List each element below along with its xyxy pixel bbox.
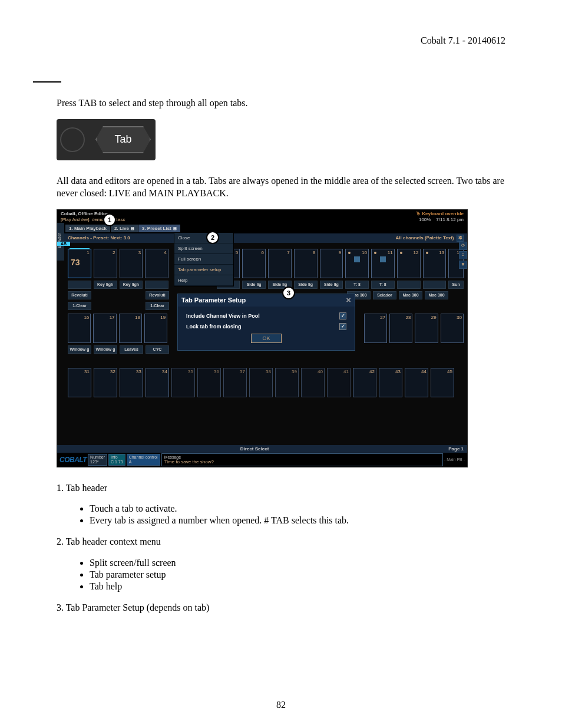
include-channel-view-label: Include Channel View in Pool bbox=[186, 313, 260, 319]
channel-cell[interactable]: 4 bbox=[145, 249, 168, 278]
cell-label: Sun bbox=[448, 281, 464, 289]
tab-context-menu: Close Split screen Full screen Tab param… bbox=[174, 232, 234, 286]
channel-cell[interactable]: 35 bbox=[171, 368, 195, 397]
tab-key-illustration: Tab bbox=[57, 119, 156, 160]
key-hex-wrap: Tab bbox=[91, 126, 156, 153]
app-title: Cobalt, Offline Editor bbox=[61, 211, 125, 217]
channel-cell[interactable]: 173 bbox=[68, 249, 91, 278]
channel-cell[interactable]: 27 bbox=[364, 314, 387, 343]
channel-cell[interactable]: 12 bbox=[397, 249, 421, 278]
page-header-right: Cobalt 7.1 - 20140612 bbox=[57, 35, 505, 46]
channel-cell[interactable]: 19 bbox=[144, 314, 167, 343]
channel-cell[interactable]: 13 bbox=[423, 249, 447, 278]
channel-cell[interactable]: 18 bbox=[119, 314, 142, 343]
title-bar: Cobalt, Offline Editor [Play Archive]: d… bbox=[57, 210, 467, 224]
channel-cell[interactable]: 44 bbox=[405, 368, 428, 397]
channel-cell[interactable]: 45 bbox=[431, 368, 454, 397]
key-circle-icon bbox=[60, 127, 85, 152]
channel-cell[interactable]: 30 bbox=[441, 314, 464, 343]
paragraph-tab-step: Press TAB to select and step through all… bbox=[57, 97, 505, 110]
list-item: Split screen/full screen bbox=[90, 558, 505, 568]
lock-tab-checkbox[interactable]: ✓ bbox=[339, 323, 346, 330]
cell-label: Key ligh bbox=[120, 281, 143, 289]
cell-label: Window g bbox=[68, 345, 91, 354]
channel-cell[interactable]: 34 bbox=[146, 368, 169, 397]
callout-3: 3 bbox=[282, 286, 295, 299]
cell-label: Side lig bbox=[320, 281, 343, 289]
channel-cell[interactable]: 28 bbox=[389, 314, 412, 343]
channel-cell[interactable]: 43 bbox=[379, 368, 402, 397]
cell-label: T: 8 bbox=[371, 281, 395, 289]
status-number: Number 123* bbox=[88, 454, 107, 466]
ctx-tab-parameter-setup[interactable]: Tab parameter setup bbox=[174, 265, 233, 275]
channel-cell[interactable]: 40 bbox=[301, 368, 325, 397]
section-3-heading: 3. Tab Parameter Setup (depends on tab) bbox=[57, 601, 505, 614]
channel-cell[interactable]: 29 bbox=[415, 314, 438, 343]
gear-icon[interactable]: ✲ bbox=[457, 235, 464, 242]
cell-label bbox=[68, 281, 91, 289]
channel-cell[interactable]: 16 bbox=[68, 314, 91, 343]
cell-label: Revoluti bbox=[146, 291, 169, 299]
page-indicator: Page 1 bbox=[448, 446, 464, 452]
ctx-help[interactable]: Help bbox=[174, 275, 233, 286]
channel-cell[interactable]: 9 bbox=[320, 249, 343, 278]
all-channels-label[interactable]: All channels (Palette Text) bbox=[396, 235, 454, 241]
channel-cell[interactable]: 37 bbox=[223, 368, 247, 397]
close-icon[interactable]: ⊟ bbox=[131, 226, 134, 230]
right-rail: ⟳ ≡ ▼ bbox=[459, 242, 467, 269]
date-time: 7/11 8:12 pm bbox=[436, 217, 464, 222]
tab-parameter-setup-dialog: Tab Parameter Setup ✕ Include Channel Vi… bbox=[177, 294, 355, 351]
channel-cell[interactable]: 38 bbox=[249, 368, 273, 397]
close-icon[interactable]: ⊟ bbox=[173, 226, 177, 230]
channel-cell[interactable]: 2 bbox=[94, 249, 117, 278]
cobalt-logo: COBALT bbox=[59, 456, 87, 464]
channel-cell[interactable]: 10 bbox=[345, 249, 369, 278]
cell-label: 1:Clear bbox=[68, 302, 91, 310]
ctx-full-screen[interactable]: Full screen bbox=[174, 254, 233, 265]
cell-label: Key ligh bbox=[94, 281, 117, 289]
section-1-heading: 1. Tab header bbox=[57, 482, 505, 495]
list-item: Touch a tab to activate. bbox=[90, 503, 505, 514]
direct-select-bar: Direct Select Page 1 bbox=[57, 445, 467, 453]
section-2-heading: 2. Tab header context menu bbox=[57, 535, 505, 548]
list-item: Tab parameter setup bbox=[90, 569, 505, 580]
tab-main-playback[interactable]: 1. Main Playback bbox=[65, 225, 111, 232]
play-archive-label: [Play Archive]: demo bbox=[61, 217, 104, 222]
channel-cell[interactable]: 11 bbox=[371, 249, 395, 278]
status-message: Message Time to save the show? bbox=[161, 453, 443, 466]
tab-preset-list[interactable]: 3. Preset List⊟ bbox=[138, 225, 181, 232]
include-channel-view-checkbox[interactable]: ✓ bbox=[339, 312, 346, 319]
channel-cell[interactable]: 41 bbox=[327, 368, 351, 397]
cell-label: Side lig bbox=[294, 281, 318, 289]
channel-cell[interactable]: 39 bbox=[275, 368, 299, 397]
channel-cell[interactable]: 6 bbox=[242, 249, 266, 278]
channel-cell[interactable]: 42 bbox=[353, 368, 376, 397]
cell-label: Revoluti bbox=[68, 291, 91, 299]
channel-cell[interactable]: 8 bbox=[294, 249, 318, 278]
status-channel-control: Channel control A bbox=[127, 454, 160, 466]
section-2-list: Split screen/full screen Tab parameter s… bbox=[57, 558, 505, 592]
ab-indicator: AB bbox=[57, 242, 70, 246]
ok-button[interactable]: OK bbox=[251, 334, 282, 343]
cell-label: Selador bbox=[373, 291, 396, 299]
channel-cell[interactable]: 36 bbox=[197, 368, 221, 397]
close-icon[interactable]: ✕ bbox=[346, 297, 351, 304]
cell-label: Window g bbox=[94, 345, 117, 354]
callout-2: 2 bbox=[206, 231, 219, 244]
channel-cell[interactable]: 17 bbox=[93, 314, 116, 343]
cell-label: Mac 300 bbox=[399, 291, 422, 299]
cell-label: T: 8 bbox=[345, 281, 369, 289]
cell-row: 173 2 3 4 5 6 7 8 9 10 11 12 13 14 bbox=[68, 249, 464, 278]
channel-cell[interactable]: 32 bbox=[94, 368, 117, 397]
channel-cell[interactable]: 7 bbox=[268, 249, 292, 278]
sync-icon[interactable]: ⟳ bbox=[459, 242, 467, 250]
caret-icon[interactable]: ▼ bbox=[459, 261, 467, 269]
channel-cell[interactable]: 33 bbox=[120, 368, 143, 397]
list-icon[interactable]: ≡ bbox=[459, 251, 467, 259]
ctx-split-screen[interactable]: Split screen bbox=[174, 243, 233, 254]
channel-cell[interactable]: 3 bbox=[120, 249, 143, 278]
cell-label: Mac 300 bbox=[425, 291, 448, 299]
channel-cell[interactable]: 31 bbox=[68, 368, 91, 397]
tab-live[interactable]: 2. Live⊟ bbox=[111, 225, 138, 232]
close-tab-label[interactable]: Close bbox=[174, 233, 233, 243]
